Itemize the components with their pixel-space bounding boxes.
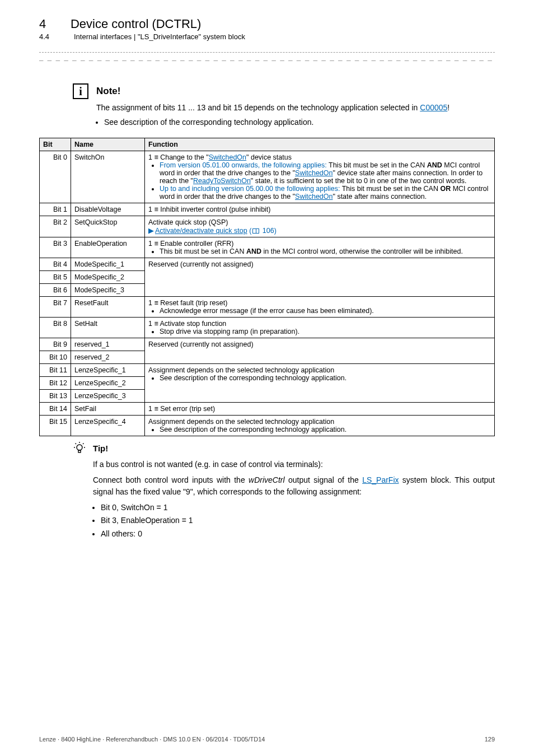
tip-bullet: Bit 3, EnableOperation = 1 [101,515,495,526]
func-bullet: This bit must be set in CAN AND in the M… [160,248,491,255]
bit-cell: Bit 6 [40,284,71,297]
page-ref: 106) [260,227,277,235]
link-quickstop[interactable]: Activate/deactivate quick stop [155,227,247,235]
table-row: Bit 3 EnableOperation 1 ≡ Enable control… [40,237,495,258]
info-icon: i [73,83,88,99]
bit-cell: Bit 12 [40,377,71,390]
name-cell: SetQuickStop [71,216,145,237]
signal-name: wDriveCtrl [249,475,285,484]
func-text: " state after mains connection. [332,193,427,200]
name-cell: reserved_1 [71,338,145,351]
func-text: " device status [246,153,292,161]
note-text: The assignment of bits 11 ... 13 and bit… [96,102,495,114]
func-text: 1 ≡ Reset fault (trip reset) [148,299,227,307]
name-cell: ModeSpecific_2 [71,271,145,284]
func-cell: 1 ≡ Enable controller (RFR) This bit mus… [145,237,495,258]
svg-rect-1 [78,450,81,452]
svg-point-0 [77,445,82,450]
name-cell: LenzeSpecific_3 [71,390,145,403]
name-cell: LenzeSpecific_4 [71,416,145,436]
tip-text: Connect both control word inputs with th… [93,474,495,497]
func-cell: Activate quick stop (QSP) ▶Activate/deac… [145,216,495,237]
link-readytoswitchon[interactable]: ReadyToSwitchOn [193,177,251,185]
table-row: Bit 4 ModeSpecific_1 Reserved (currently… [40,258,495,271]
func-cell: 1 ≡ Change to the "SwitchedOn" device st… [145,151,495,203]
link-c00005[interactable]: C00005 [420,103,447,112]
func-text: in the MCI control word, otherwise the c… [261,248,463,255]
link-switchedon[interactable]: SwitchedOn [295,193,332,200]
th-bit: Bit [40,138,71,151]
func-bold: AND [427,161,442,169]
name-cell: SetHalt [71,318,145,338]
func-highlight: Up to and including version 05.00.00 the… [160,185,340,193]
bit-cell: Bit 0 [40,151,71,203]
func-text: 1 ≡ Activate stop function [148,320,226,328]
tip-bullet: All others: 0 [101,528,495,539]
bit-cell: Bit 1 [40,203,71,216]
link-switchedon[interactable]: SwitchedOn [209,153,246,161]
table-row: Bit 2 SetQuickStop Activate quick stop (… [40,216,495,237]
th-function: Function [145,138,495,151]
name-cell: ModeSpecific_1 [71,258,145,271]
func-bold: AND [246,248,261,255]
func-cell: 1 ≡ Inhibit inverter control (pulse inhi… [145,203,495,216]
chapter-number: 4 [39,17,46,31]
bit-cell: Bit 15 [40,416,71,436]
func-text: This bit must be set in the CAN [340,185,440,193]
bit-cell: Bit 4 [40,258,71,271]
triangle-icon: ▶ [148,227,154,235]
svg-line-5 [76,444,77,445]
func-bullet: Up to and including version 05.00.00 the… [160,185,491,200]
table-row: Bit 14 SetFail 1 ≡ Set error (trip set) [40,403,495,416]
book-icon [252,228,259,234]
func-text: Assignment depends on the selected techn… [148,418,334,426]
name-cell: reserved_2 [71,351,145,364]
name-cell: ResetFault [71,297,145,318]
func-text: " state, it is sufficient to set the bit… [251,177,467,185]
note-title: Note! [96,86,120,97]
footer-left: Lenze · 8400 HighLine · Referenzhandbuch… [39,736,265,743]
func-text: Assignment depends on the selected techn… [148,366,334,374]
note-box: i Note! The assignment of bits 11 ... 13… [73,83,495,128]
bit-cell: Bit 11 [40,364,71,377]
table-row: Bit 11 LenzeSpecific_1 Assignment depend… [40,364,495,377]
bit-cell: Bit 5 [40,271,71,284]
th-name: Name [71,138,145,151]
func-cell: Reserved (currently not assigned) [145,258,495,297]
separator: _ _ _ _ _ _ _ _ _ _ _ _ _ _ _ _ _ _ _ _ … [39,52,495,61]
func-cell: Assignment depends on the selected techn… [145,364,495,403]
page-number: 129 [485,736,495,743]
func-bold: OR [440,185,451,193]
tip-title: Tip! [93,442,108,455]
table-row: Bit 9 reserved_1 Reserved (currently not… [40,338,495,351]
chapter-title: Device control (DCTRL) [71,17,202,31]
table-row: Bit 0 SwitchOn 1 ≡ Change to the "Switch… [40,151,495,203]
section-number: 4.4 [39,32,74,41]
note-bullet: See description of the corresponding tec… [104,117,495,128]
tip-text-part: Connect both control word inputs with th… [93,475,249,484]
name-cell: SwitchOn [71,151,145,203]
bit-table: Bit Name Function Bit 0 SwitchOn 1 ≡ Cha… [39,138,495,436]
bit-cell: Bit 14 [40,403,71,416]
note-text-part: ! [447,103,449,112]
func-bullet: Stop drive via stopping ramp (in prepara… [160,328,491,335]
name-cell: LenzeSpecific_2 [71,377,145,390]
bit-cell: Bit 10 [40,351,71,364]
bit-cell: Bit 13 [40,390,71,403]
link-switchedon[interactable]: SwitchedOn [295,169,332,177]
bit-cell: Bit 3 [40,237,71,258]
func-cell: 1 ≡ Activate stop function Stop drive vi… [145,318,495,338]
table-row: Bit 15 LenzeSpecific_4 Assignment depend… [40,416,495,436]
func-text: Activate quick stop (QSP) [148,218,228,226]
name-cell: LenzeSpecific_1 [71,364,145,377]
link-lsparfix[interactable]: LS_ParFix [362,475,399,484]
note-text-part: The assignment of bits 11 ... 13 and bit… [96,103,420,112]
table-row: Bit 7 ResetFault 1 ≡ Reset fault (trip r… [40,297,495,318]
bit-cell: Bit 8 [40,318,71,338]
func-text: This bit must be set in the CAN [327,161,427,169]
func-cell: 1 ≡ Set error (trip set) [145,403,495,416]
func-text: This bit must be set in CAN [160,248,246,255]
func-bullet: See description of the corresponding tec… [160,374,491,382]
lightbulb-icon [73,442,86,455]
name-cell: ModeSpecific_3 [71,284,145,297]
